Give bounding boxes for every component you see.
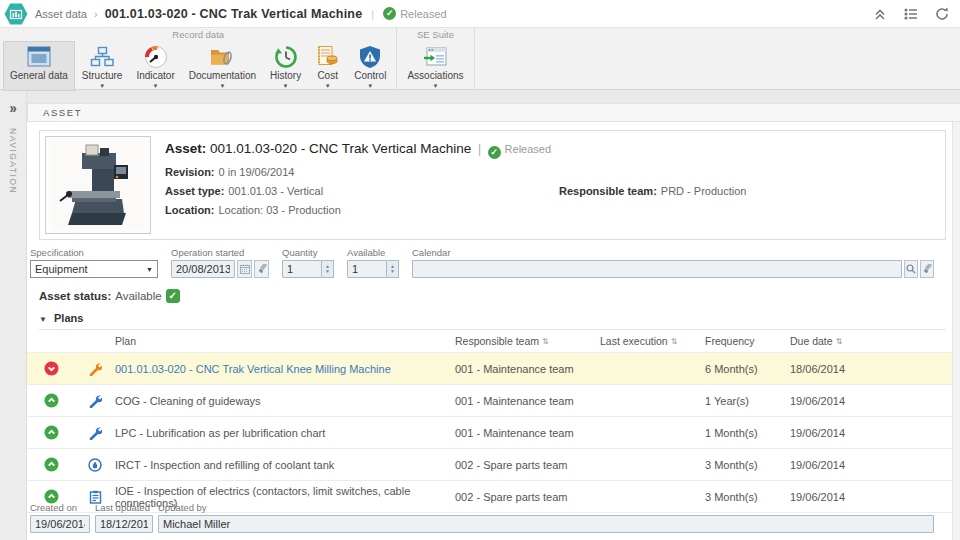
asset-revision: Revision: 0 in 19/06/2014 (165, 166, 940, 178)
shield-alert-icon (359, 43, 381, 70)
sort-icon: ⇅ (542, 337, 549, 346)
plan-name: LPC - Lubrification as per lubrification… (115, 427, 455, 439)
asset-panel: Asset: 001.01.03-020 - CNC Trak Vertical… (27, 122, 960, 540)
ribbon-group-record-data: Record data General data Structure ▼ (0, 28, 397, 89)
chevron-down-icon: ▼ (367, 82, 373, 90)
plan-frequency: 3 Month(s) (705, 459, 790, 471)
operation-started-input[interactable] (171, 260, 235, 278)
refresh-icon[interactable] (934, 6, 950, 22)
ribbon-toolbar: Record data General data Structure ▼ (0, 28, 960, 90)
plan-name: IRCT - Inspection and refilling of coola… (115, 459, 455, 471)
asset-location: Location: Location: 03 - Production (165, 204, 940, 216)
associations-window-icon (423, 43, 448, 70)
navigation-sidebar: » NAVIGATION (0, 91, 27, 540)
plan-team: 002 - Spare parts team (455, 459, 600, 471)
ribbon-button-documentation[interactable]: Documentation ▼ (182, 41, 263, 91)
chevron-down-icon: ▼ (219, 82, 225, 90)
last-updated-input[interactable] (95, 515, 153, 533)
plan-link[interactable]: 001.01.03-020 - CNC Trak Vertical Knee M… (115, 363, 455, 375)
last-updated-label: Last updated (95, 502, 153, 513)
column-responsible-team[interactable]: Responsible team⇅ (455, 335, 600, 347)
column-last-execution[interactable]: Last execution⇅ (600, 335, 705, 347)
asset-type: Asset type: 001.01.03 - Vertical (165, 185, 559, 197)
ribbon-group-label: SE Suite (400, 28, 470, 41)
vertical-scrollbar[interactable] (952, 122, 960, 540)
ribbon-button-cost[interactable]: Cost ▼ (308, 41, 347, 91)
breadcrumb-app[interactable]: Asset data (35, 8, 87, 20)
plan-due-date: 19/06/2014 (790, 427, 952, 439)
asset-thumbnail[interactable] (45, 136, 151, 234)
plan-team: 001 - Maintenance team (455, 427, 600, 439)
calendar-picker-icon[interactable] (237, 260, 252, 278)
plan-team: 002 - Spare parts team (455, 491, 600, 503)
plan-due-date: 18/06/2014 (790, 363, 952, 375)
clear-calendar-icon[interactable] (920, 260, 934, 278)
plan-row[interactable]: COG - Cleaning of guideways 001 - Mainte… (27, 385, 952, 417)
record-footer: Created on Last updated Updated by (30, 502, 934, 533)
available-stepper[interactable]: ▲▼ (387, 260, 399, 278)
released-check-icon: ✓ (383, 7, 396, 20)
quantity-label: Quantity (282, 247, 334, 258)
ribbon-group-se-suite: SE Suite Associations ▼ (397, 28, 474, 89)
plan-due-date: 19/06/2014 (790, 491, 952, 503)
specification-select[interactable]: Equipment ▼ (30, 260, 158, 278)
sort-icon: ⇅ (836, 337, 843, 346)
created-on-label: Created on (30, 502, 90, 513)
plan-frequency: 1 Year(s) (705, 395, 790, 407)
available-check-icon: ✓ (166, 289, 180, 303)
chevron-down-icon: ▼ (146, 266, 153, 273)
cost-ledger-icon (315, 43, 340, 70)
ribbon-button-general-data[interactable]: General data (3, 41, 75, 91)
updated-by-input[interactable] (158, 515, 934, 533)
ribbon-button-structure[interactable]: Structure ▼ (75, 41, 130, 91)
ribbon-button-history[interactable]: History ▼ (263, 41, 308, 91)
plan-row[interactable]: 001.01.03-020 - CNC Trak Vertical Knee M… (27, 353, 952, 385)
updated-by-label: Updated by (158, 502, 934, 513)
plans-section-toggle[interactable]: ▼ Plans (39, 312, 946, 330)
search-icon[interactable] (904, 260, 918, 278)
clear-date-icon[interactable] (254, 260, 269, 278)
ribbon-button-control[interactable]: Control ▼ (347, 41, 393, 91)
plans-table-header: Plan Responsible team⇅ Last execution⇅ F… (27, 330, 952, 353)
ribbon-group-label: Record data (3, 28, 393, 41)
history-clock-icon (274, 43, 298, 70)
specification-label: Specification (30, 247, 158, 258)
calendar-input[interactable] (412, 260, 902, 278)
asset-heading: Asset: 001.01.03-020 - CNC Trak Vertical… (165, 141, 940, 159)
app-logo-icon[interactable] (4, 2, 28, 26)
sort-icon: ⇅ (671, 337, 678, 346)
plan-frequency: 3 Month(s) (705, 491, 790, 503)
plan-frequency: 1 Month(s) (705, 427, 790, 439)
chevron-down-icon: ▼ (283, 82, 289, 90)
plan-team: 001 - Maintenance team (455, 395, 600, 407)
ok-status-icon (27, 393, 75, 408)
list-menu-icon[interactable] (903, 6, 919, 22)
ribbon-button-associations[interactable]: Associations ▼ (400, 41, 470, 91)
available-input[interactable] (347, 260, 387, 278)
column-due-date[interactable]: Due date⇅ (790, 335, 952, 347)
chevron-down-icon: ▼ (99, 82, 105, 90)
status-label: Released (400, 8, 446, 20)
expand-navigation-icon[interactable]: » (9, 100, 16, 117)
created-on-input[interactable] (30, 515, 90, 533)
asset-section-header: ASSET (27, 103, 960, 122)
released-check-icon: ✓ (488, 146, 501, 159)
quantity-input[interactable] (282, 260, 322, 278)
asset-status-text: Released (505, 143, 551, 155)
chevron-down-icon: ▼ (325, 82, 331, 90)
coolant-drop-icon (75, 458, 115, 472)
available-label: Available (347, 247, 399, 258)
ribbon-button-indicator[interactable]: Indicator ▼ (129, 41, 181, 91)
org-chart-icon (90, 43, 115, 70)
chevron-down-icon: ▼ (153, 82, 159, 90)
plan-row[interactable]: LPC - Lubrification as per lubrification… (27, 417, 952, 449)
ok-status-icon (27, 457, 75, 472)
collapse-ribbon-icon[interactable] (872, 6, 888, 22)
plan-name: COG - Cleaning of guideways (115, 395, 455, 407)
asset-status-line: Asset status: Available ✓ (39, 289, 948, 303)
calendar-label: Calendar (412, 247, 934, 258)
plan-row[interactable]: IRCT - Inspection and refilling of coola… (27, 449, 952, 481)
asset-form-row: Specification Equipment ▼ Operation star… (30, 247, 934, 278)
quantity-stepper[interactable]: ▲▼ (322, 260, 334, 278)
column-frequency: Frequency (705, 335, 790, 347)
